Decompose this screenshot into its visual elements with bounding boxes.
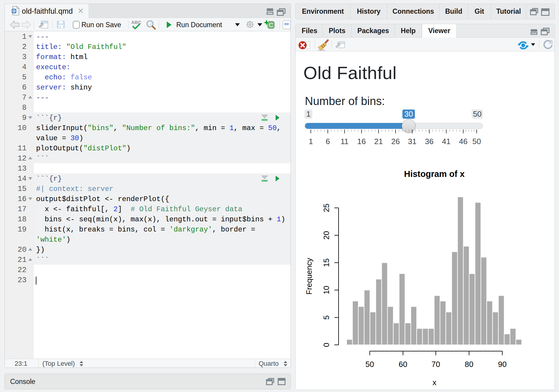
svg-text:80: 80 [465, 360, 473, 369]
svg-text:36: 36 [425, 137, 434, 146]
svg-text:50: 50 [365, 360, 374, 369]
svg-text:10: 10 [322, 286, 331, 294]
svg-text:5: 5 [322, 315, 331, 320]
svg-text:25: 25 [322, 203, 331, 212]
svg-text:11: 11 [341, 137, 349, 146]
svg-text:6: 6 [326, 137, 330, 146]
svg-text:21: 21 [374, 137, 383, 146]
svg-text:20: 20 [322, 231, 331, 240]
svg-text:1: 1 [309, 137, 313, 146]
svg-text:26: 26 [391, 137, 400, 146]
svg-text:60: 60 [399, 360, 407, 369]
svg-text:46: 46 [459, 137, 468, 146]
svg-text:15: 15 [322, 258, 331, 267]
svg-text:x: x [433, 378, 436, 387]
svg-text:Frequency: Frequency [305, 258, 314, 295]
svg-text:90: 90 [498, 360, 507, 369]
svg-text:0: 0 [322, 343, 331, 347]
svg-text:31: 31 [408, 137, 417, 146]
svg-text:16: 16 [357, 137, 366, 146]
svg-text:41: 41 [442, 137, 451, 146]
svg-text:70: 70 [432, 360, 440, 369]
svg-text:Histogram of x: Histogram of x [404, 169, 464, 179]
svg-text:50: 50 [472, 137, 481, 146]
